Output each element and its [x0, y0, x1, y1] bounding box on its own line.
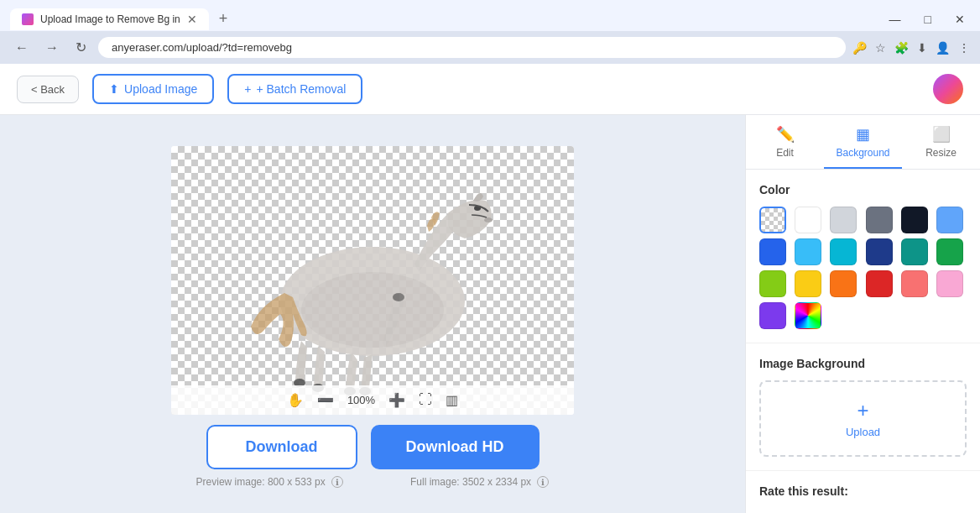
background-tab-label: Background	[836, 147, 889, 159]
swatch-blue-light[interactable]	[936, 207, 963, 233]
address-bar: ← → ↻ 🔑 ☆ 🧩 ⬇ 👤 ⋮	[0, 31, 980, 64]
address-icons: 🔑 ☆ 🧩 ⬇ 👤 ⋮	[852, 41, 970, 55]
download-browser-icon[interactable]: ⬇	[917, 41, 927, 55]
upload-label: Upload Image	[124, 82, 197, 96]
swatch-black[interactable]	[901, 207, 928, 233]
close-button[interactable]: ✕	[950, 11, 970, 28]
upload-bg-box[interactable]: + Upload	[759, 380, 967, 457]
menu-icon[interactable]: ⋮	[958, 41, 970, 55]
pan-tool-button[interactable]: ✋	[287, 392, 304, 408]
image-bg-section: Image Background + Upload	[746, 343, 980, 470]
swatch-purple[interactable]	[759, 302, 786, 329]
image-bg-title: Image Background	[759, 357, 967, 370]
full-info-icon[interactable]: ℹ	[537, 476, 549, 488]
swatch-cyan[interactable]	[830, 238, 857, 265]
download-button[interactable]: Download	[206, 425, 357, 469]
active-tab[interactable]: Upload Image to Remove Bg in ✕	[10, 8, 209, 30]
minimize-button[interactable]: —	[884, 11, 906, 28]
swatch-sky[interactable]	[795, 238, 821, 265]
download-area: Download Download HD Preview image: 800 …	[196, 425, 550, 488]
right-panel: ✏️ Edit ▦ Background ⬜ Resize Color	[745, 115, 980, 513]
tab-edit[interactable]: ✏️ Edit	[746, 115, 824, 169]
color-grid	[759, 207, 967, 329]
preview-size: Preview image: 800 x 533 px ℹ	[196, 476, 343, 488]
title-bar: Upload Image to Remove Bg in ✕ + — □ ✕	[0, 0, 980, 31]
reload-button[interactable]: ↻	[70, 36, 91, 59]
upload-image-button[interactable]: ⬆ Upload Image	[92, 74, 214, 104]
swatch-green[interactable]	[936, 238, 963, 265]
app-toolbar: < Back ⬆ Upload Image + + Batch Removal	[0, 64, 980, 115]
batch-label: + Batch Removal	[256, 82, 346, 96]
lock-icon: 🔑	[852, 41, 867, 55]
tab-background[interactable]: ▦ Background	[824, 115, 902, 169]
rate-section: Rate this result:	[746, 470, 980, 513]
tab-favicon	[22, 13, 34, 25]
tab-bar: Upload Image to Remove Bg in ✕ +	[10, 7, 234, 31]
tab-close-icon[interactable]: ✕	[187, 13, 197, 25]
upload-icon: ⬆	[109, 82, 119, 96]
swatch-dark-gray[interactable]	[866, 207, 893, 233]
window-controls: — □ ✕	[884, 11, 970, 28]
maximize-button[interactable]: □	[920, 11, 936, 28]
swatch-light-gray[interactable]	[830, 207, 857, 233]
split-view-button[interactable]: ▥	[446, 392, 458, 408]
edit-icon: ✏️	[776, 125, 795, 144]
horse-image	[171, 146, 574, 415]
color-section: Color	[746, 170, 980, 343]
full-size-text: Full image: 3502 x 2334 px	[410, 476, 531, 488]
swatch-teal[interactable]	[901, 238, 928, 265]
zoom-in-button[interactable]: ➕	[388, 392, 405, 408]
resize-icon: ⬜	[932, 125, 951, 144]
zoom-out-button[interactable]: ➖	[317, 392, 334, 408]
svg-point-8	[301, 272, 444, 348]
batch-icon: +	[244, 82, 251, 96]
svg-point-1	[484, 217, 493, 222]
edit-tab-label: Edit	[776, 147, 794, 159]
back-nav-button[interactable]: ←	[10, 37, 34, 59]
color-section-title: Color	[759, 183, 967, 196]
swatch-navy[interactable]	[866, 238, 893, 265]
swatch-orange[interactable]	[830, 270, 857, 297]
rate-title: Rate this result:	[759, 484, 967, 498]
upload-plus-icon: +	[857, 399, 868, 422]
swatch-red[interactable]	[866, 270, 893, 297]
swatch-gradient[interactable]	[795, 302, 821, 329]
panel-tabs: ✏️ Edit ▦ Background ⬜ Resize	[746, 115, 980, 170]
batch-removal-button[interactable]: + + Batch Removal	[227, 74, 362, 104]
back-button[interactable]: < Back	[17, 76, 79, 103]
swatch-lime[interactable]	[759, 270, 786, 297]
tab-title: Upload Image to Remove Bg in	[40, 13, 180, 25]
bookmark-icon[interactable]: ☆	[875, 41, 886, 55]
swatch-pink[interactable]	[936, 270, 963, 297]
preview-info-icon[interactable]: ℹ	[331, 476, 343, 488]
background-icon: ▦	[856, 125, 870, 144]
app-content: ✋ ➖ 100% ➕ ⛶ ▥ Download Download HD Prev…	[0, 115, 980, 513]
swatch-coral[interactable]	[901, 270, 928, 297]
full-size: Full image: 3502 x 2334 px ℹ	[410, 476, 549, 488]
preview-info-row: Preview image: 800 x 533 px ℹ Full image…	[196, 476, 550, 488]
horse-container	[171, 146, 574, 415]
url-input[interactable]	[98, 37, 846, 58]
canvas-area: ✋ ➖ 100% ➕ ⛶ ▥ Download Download HD Prev…	[0, 115, 745, 513]
extensions-icon[interactable]: 🧩	[894, 41, 909, 55]
canvas-controls: ✋ ➖ 100% ➕ ⛶ ▥	[171, 385, 574, 415]
canvas-container: ✋ ➖ 100% ➕ ⛶ ▥	[171, 146, 574, 415]
download-buttons-row: Download Download HD	[206, 425, 540, 469]
checkerboard-bg: ✋ ➖ 100% ➕ ⛶ ▥	[171, 146, 574, 415]
upload-bg-label: Upload	[846, 426, 880, 438]
download-hd-button[interactable]: Download HD	[371, 425, 540, 469]
swatch-transparent[interactable]	[759, 207, 786, 233]
fit-screen-button[interactable]: ⛶	[419, 392, 432, 407]
preview-size-text: Preview image: 800 x 533 px	[196, 476, 326, 488]
browser-window: Upload Image to Remove Bg in ✕ + — □ ✕ ←…	[0, 0, 980, 64]
new-tab-button[interactable]: +	[212, 7, 235, 31]
profile-icon[interactable]: 👤	[936, 41, 950, 55]
swatch-white[interactable]	[795, 207, 821, 233]
resize-tab-label: Resize	[925, 147, 957, 159]
swatch-blue[interactable]	[759, 238, 786, 265]
swatch-yellow[interactable]	[795, 270, 821, 297]
forward-nav-button[interactable]: →	[40, 37, 64, 59]
zoom-level: 100%	[347, 394, 375, 406]
tab-resize[interactable]: ⬜ Resize	[902, 115, 980, 169]
avatar[interactable]	[933, 74, 963, 104]
